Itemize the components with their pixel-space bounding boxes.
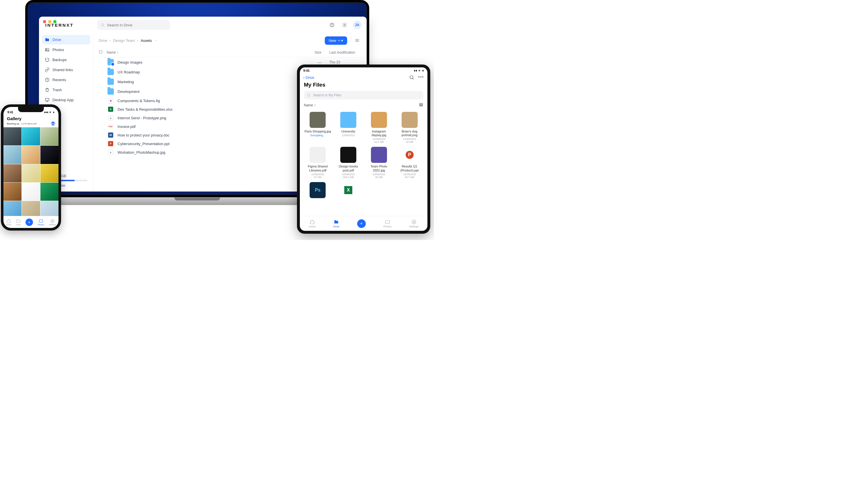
crumb-drive[interactable]: Drive xyxy=(99,38,107,43)
search-input[interactable] xyxy=(107,23,166,27)
phone-tab-photos[interactable]: Photos xyxy=(38,219,44,226)
backup-label: Backing up xyxy=(7,122,19,125)
breadcrumb-row: Drive › Design Team › Assets New+ ▾ xyxy=(93,33,367,48)
svg-rect-13 xyxy=(39,220,43,222)
new-label: New xyxy=(329,38,336,43)
tab-home[interactable]: Home xyxy=(309,219,316,228)
sidebar-label: Desktop App xyxy=(53,98,74,102)
sidebar-item-shared[interactable]: Shared links xyxy=(42,65,90,74)
svg-point-0 xyxy=(101,24,103,26)
tab-drive[interactable]: Drive xyxy=(333,219,339,228)
maximize-dot[interactable] xyxy=(53,20,57,23)
file-card[interactable]: Design books post.pdf12/09/2022180.6 MB xyxy=(335,147,362,178)
phone-device: 9:41 ▮▮▮ ᯤ ▮ Gallery Backing up 1,275 it… xyxy=(1,104,61,231)
minimize-dot[interactable] xyxy=(48,20,51,23)
col-size[interactable]: Size xyxy=(300,51,321,55)
tablet-status-bar: 9:41 ▮▮ ᯤ ▮ xyxy=(300,67,427,74)
file-card[interactable]: Instagram display.jpg12/09/202216.2 MB xyxy=(365,112,393,143)
tablet-fab[interactable]: + xyxy=(357,219,366,228)
search-icon xyxy=(307,93,311,97)
svg-line-19 xyxy=(310,96,310,97)
phone-photo-grid[interactable] xyxy=(3,127,59,216)
svg-rect-20 xyxy=(420,103,423,104)
brand: INTERNXT xyxy=(45,23,74,28)
phone-tab-drive[interactable]: Drive xyxy=(16,219,21,226)
phone-screen: 9:41 ▮▮▮ ᯤ ▮ Gallery Backing up 1,275 it… xyxy=(3,107,59,228)
sidebar-label: Drive xyxy=(53,37,61,42)
checkbox-icon[interactable] xyxy=(99,50,103,54)
back-button[interactable]: ‹ Drive xyxy=(303,76,314,80)
sidebar-label: Backups xyxy=(53,58,67,62)
file-card[interactable]: Team Photo 2022.jpg12/09/202235 MB xyxy=(365,147,393,178)
svg-rect-12 xyxy=(99,51,102,53)
more-icon[interactable]: ••• xyxy=(418,75,424,80)
svg-rect-23 xyxy=(385,220,390,223)
sort-button[interactable]: Name ↑ xyxy=(304,103,316,107)
phone-tab-home[interactable]: Home xyxy=(6,219,11,226)
plus-icon: + ▾ xyxy=(338,38,343,43)
pause-icon[interactable]: ❚❚ xyxy=(51,122,55,126)
file-card[interactable]: Ps xyxy=(304,182,332,200)
phone-time: 9:41 xyxy=(7,111,13,114)
svg-point-14 xyxy=(52,220,53,222)
topbar: INTERNXT JA xyxy=(39,17,367,33)
col-modified[interactable]: Last modification xyxy=(321,51,362,55)
sidebar-item-backups[interactable]: Backups xyxy=(42,55,90,64)
svg-line-17 xyxy=(413,78,414,79)
search-icon xyxy=(101,23,105,27)
tab-photos[interactable]: Photos xyxy=(383,219,392,228)
new-button[interactable]: New+ ▾ xyxy=(325,36,347,45)
svg-rect-22 xyxy=(420,106,423,106)
close-dot[interactable] xyxy=(43,20,46,23)
phone-fab[interactable]: + xyxy=(26,218,33,226)
signal-icon: ▮▮ ᯤ ▮ xyxy=(414,69,424,72)
tab-settings[interactable]: Settings xyxy=(409,219,419,228)
svg-point-25 xyxy=(412,220,416,224)
file-card[interactable]: PResults Q1 (Product).ppt12/09/202248.7 … xyxy=(396,147,424,178)
file-card[interactable]: Brian's dog portrait.png12/09/202218 MB xyxy=(396,112,424,143)
sidebar-label: Photos xyxy=(53,48,64,52)
tablet-title: My Files xyxy=(300,81,427,91)
crumb-assets[interactable]: Assets xyxy=(141,38,152,43)
phone-backup-row: Backing up 1,275 items left ❚❚ xyxy=(3,122,59,127)
svg-rect-8 xyxy=(45,98,49,101)
grid-view-icon[interactable] xyxy=(419,102,424,108)
file-card[interactable]: University12/09/2022 xyxy=(335,112,362,143)
tablet-device: 9:41 ▮▮ ᯤ ▮ ‹ Drive ••• My Files Search … xyxy=(297,64,430,234)
table-header: Name ↑ Size Last modification xyxy=(93,48,367,57)
avatar[interactable]: JA xyxy=(353,21,362,29)
svg-point-15 xyxy=(51,219,54,223)
breadcrumb[interactable]: Drive › Design Team › Assets xyxy=(99,38,158,43)
crumb-team[interactable]: Design Team xyxy=(113,38,135,43)
phone-tab-settings[interactable]: Settings xyxy=(49,219,56,226)
file-card[interactable]: Figma Shared Libraries.pdf12/09/202287 M… xyxy=(304,147,332,178)
svg-line-1 xyxy=(103,26,104,27)
view-toggle-icon[interactable] xyxy=(353,36,362,45)
traffic-lights xyxy=(43,20,57,23)
tablet-search[interactable]: Search in My Files xyxy=(304,91,424,99)
phone-title: Gallery xyxy=(3,114,59,122)
phone-tabbar: Home Drive + Photos Settings xyxy=(3,216,59,228)
file-card[interactable]: Paris Shopping.jpgEncrypting... xyxy=(304,112,332,143)
backup-count: 1,275 items left xyxy=(21,122,36,125)
search-input-wrap[interactable] xyxy=(97,20,170,30)
sidebar-item-photos[interactable]: Photos xyxy=(42,45,90,55)
tablet-time: 9:41 xyxy=(303,69,310,72)
phone-notch xyxy=(18,107,44,112)
file-card[interactable]: X xyxy=(335,182,362,200)
svg-point-4 xyxy=(344,24,345,26)
tablet-sort-row: Name ↑ xyxy=(300,102,427,110)
search-placeholder: Search in My Files xyxy=(313,93,341,97)
chevron-down-icon[interactable] xyxy=(154,39,158,42)
search-icon[interactable] xyxy=(409,75,414,80)
col-name[interactable]: Name ↑ xyxy=(106,51,300,55)
sidebar-item-desktop[interactable]: Desktop App xyxy=(42,95,90,104)
sidebar-item-drive[interactable]: Drive xyxy=(42,35,90,44)
svg-point-18 xyxy=(307,94,310,96)
signal-icon: ▮▮▮ ᯤ ▮ xyxy=(44,111,55,114)
sidebar-item-recents[interactable]: Recents xyxy=(42,75,90,85)
svg-point-24 xyxy=(413,221,415,222)
settings-icon[interactable] xyxy=(340,21,349,29)
sidebar-item-trash[interactable]: Trash xyxy=(42,85,90,95)
help-icon[interactable] xyxy=(328,21,336,29)
